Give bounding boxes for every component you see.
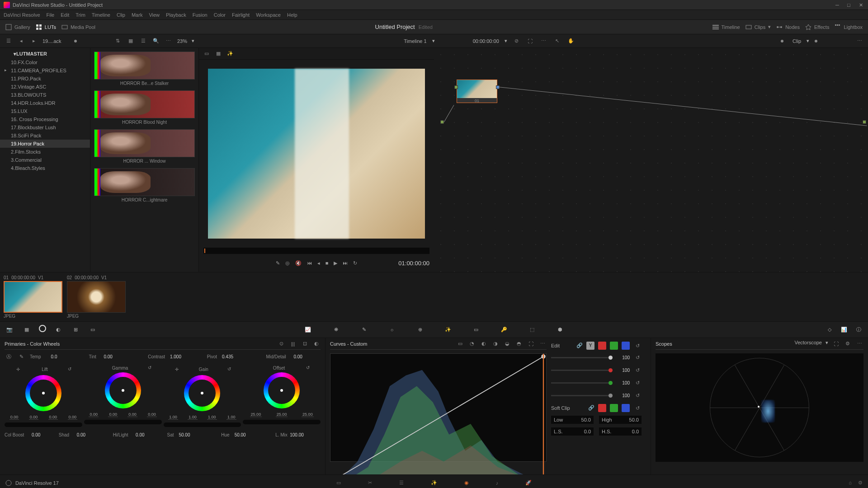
timeline-dropdown-icon[interactable]: ▾ xyxy=(432,38,435,44)
lut-thumb[interactable]: HORROR C...ightmare xyxy=(94,168,195,202)
more-icon[interactable]: ⋯ xyxy=(165,37,173,45)
blur-icon[interactable]: ▭ xyxy=(471,325,481,335)
link-icon[interactable]: 🔗 xyxy=(576,343,583,349)
edit-page-icon[interactable]: ☰ xyxy=(399,480,404,486)
fusion-page-icon[interactable]: ✨ xyxy=(431,480,437,486)
expand-icon[interactable]: ⛶ xyxy=(526,37,534,45)
curve-mode5-icon[interactable]: ◒ xyxy=(503,340,511,348)
maximize-button[interactable]: □ xyxy=(847,2,853,8)
channel-g-button[interactable] xyxy=(610,342,618,350)
menu-mark[interactable]: Mark xyxy=(132,12,142,18)
lift-wheel[interactable] xyxy=(25,375,61,411)
scope-type-selector[interactable]: Vectorscope xyxy=(794,340,822,348)
lift-picker-icon[interactable]: ✛ xyxy=(14,365,22,373)
pointer-icon[interactable]: ↖ xyxy=(553,37,561,45)
menu-workspace[interactable]: Workspace xyxy=(256,12,281,18)
tree-item[interactable]: 3.Commercial xyxy=(0,156,90,164)
unmix-icon[interactable]: ◎ xyxy=(285,260,290,266)
gain-ywheel[interactable] xyxy=(164,422,241,427)
clip-thumbnail[interactable] xyxy=(4,281,62,313)
hue-value[interactable]: 50.00 xyxy=(231,432,246,437)
tree-root[interactable]: LUTMASTER xyxy=(0,50,90,58)
search-icon[interactable]: 🔍 xyxy=(152,37,160,45)
loop-icon[interactable]: ↻ xyxy=(353,260,357,266)
mediapool-button[interactable]: Media Pool xyxy=(61,24,95,30)
tree-item[interactable]: 2.Film.Stocks xyxy=(0,148,90,156)
zoom-dropdown-icon[interactable]: ▾ xyxy=(192,38,194,44)
gain-wheel[interactable] xyxy=(184,375,220,411)
info-icon[interactable]: ⓘ xyxy=(854,325,863,335)
bars-mode-icon[interactable]: ⊡ xyxy=(301,340,309,348)
tracker-icon[interactable]: ⊕ xyxy=(415,325,425,335)
panel-toggle-icon[interactable]: ☰ xyxy=(5,37,13,45)
color-page-icon[interactable]: ◉ xyxy=(464,480,469,486)
temp-value[interactable]: 0.0 xyxy=(42,354,57,359)
reset-b-icon[interactable]: ↺ xyxy=(633,391,642,399)
viewer-scrubber[interactable] xyxy=(203,248,429,254)
timecode[interactable]: 00:00:00:00 xyxy=(473,38,499,44)
channel-b-button[interactable] xyxy=(622,342,630,350)
nodes-button[interactable]: Nodes xyxy=(776,24,800,30)
curve-mode3-icon[interactable]: ◐ xyxy=(480,340,488,348)
tc-dropdown-icon[interactable]: ▾ xyxy=(505,38,507,44)
play-icon[interactable]: ▶ xyxy=(334,260,337,266)
luts-button[interactable]: LUTs xyxy=(36,24,56,30)
hs-value[interactable]: 0.0 xyxy=(632,429,639,434)
gamma-reset-icon[interactable]: ↺ xyxy=(147,365,152,371)
scope-expand-icon[interactable]: ⛶ xyxy=(832,340,840,348)
grid-icon[interactable]: ▦ xyxy=(127,37,135,45)
viewer-more-icon[interactable]: ⋯ xyxy=(540,37,548,45)
clip-item[interactable]: 0200:00:00:00V1 JPEG xyxy=(67,274,126,319)
tree-item[interactable]: 10.FX.Color xyxy=(0,58,90,66)
softclip-r-button[interactable] xyxy=(598,404,606,412)
menu-clip[interactable]: Clip xyxy=(117,12,125,18)
viewer-image[interactable] xyxy=(208,69,425,239)
sort-icon[interactable]: ⇅ xyxy=(114,37,122,45)
tree-item[interactable]: 16. Cross Processing xyxy=(0,115,90,123)
menu-file[interactable]: File xyxy=(47,12,55,18)
softclip-g-button[interactable] xyxy=(610,404,618,412)
curve-mode1-icon[interactable]: ▭ xyxy=(456,340,464,348)
menu-fairlight[interactable]: Fairlight xyxy=(232,12,250,18)
lut-thumb[interactable]: HORROR ... Window xyxy=(94,129,195,164)
viewer-wand-icon[interactable]: ✨ xyxy=(226,50,234,58)
menu-timeline[interactable]: Timeline xyxy=(92,12,110,18)
effects-button[interactable]: Effects xyxy=(805,24,829,30)
hilight-value[interactable]: 0.00 xyxy=(130,432,145,437)
panel-more-icon[interactable]: ⋯ xyxy=(855,37,863,45)
auto-balance-icon[interactable]: ⊙ xyxy=(277,340,285,348)
fairlight-page-icon[interactable]: ♪ xyxy=(496,480,499,486)
shad-value[interactable]: 0.00 xyxy=(71,432,85,437)
stop-icon[interactable]: ■ xyxy=(326,260,329,266)
viewer-mode2-icon[interactable]: ▦ xyxy=(214,50,222,58)
lightbox-button[interactable]: Lightbox xyxy=(835,24,863,30)
breadcrumb[interactable]: 19....ack xyxy=(42,38,70,44)
channel-r-button[interactable] xyxy=(598,342,606,350)
offset-reset-icon[interactable]: ↺ xyxy=(305,365,311,371)
project-settings-icon[interactable]: ⚙ xyxy=(858,480,863,486)
contrast-value[interactable]: 1.000 xyxy=(167,354,181,359)
color-picker-icon[interactable]: ✎ xyxy=(276,260,280,266)
sat-value[interactable]: 50.00 xyxy=(176,432,190,437)
color-node[interactable]: 01 xyxy=(457,80,497,103)
gain-picker-icon[interactable]: ✛ xyxy=(173,365,181,373)
reset-y-icon[interactable]: ↺ xyxy=(633,353,642,361)
clip-dropdown-icon[interactable]: ▾ xyxy=(807,38,809,44)
tree-item[interactable]: 11.PRO.Pack xyxy=(0,75,90,83)
tree-item[interactable]: 11.CAMERA_PROFILES xyxy=(0,66,90,75)
menu-trim[interactable]: Trim xyxy=(75,12,85,18)
pivot-value[interactable]: 0.435 xyxy=(219,354,233,359)
menu-color[interactable]: Color xyxy=(214,12,226,18)
key-icon[interactable]: 🔑 xyxy=(499,325,509,335)
tree-item[interactable]: 14.HDR.Looks.HDR xyxy=(0,99,90,107)
list-icon[interactable]: ☰ xyxy=(139,37,147,45)
menu-davinci[interactable]: DaVinci Resolve xyxy=(4,12,40,18)
scope-more-icon[interactable]: ⋯ xyxy=(855,340,863,348)
tree-item[interactable]: 4.Bleach.Styles xyxy=(0,164,90,172)
clip-item[interactable]: 0100:00:00:00V1 JPEG xyxy=(4,274,62,319)
softclip-link-icon[interactable]: 🔗 xyxy=(588,405,594,411)
tree-item[interactable]: 18.SciFi Pack xyxy=(0,131,90,140)
gallery-button[interactable]: Gallery xyxy=(5,24,30,30)
qualifier-icon[interactable]: ✎ xyxy=(359,325,369,335)
camera-raw-icon[interactable]: 📷 xyxy=(5,325,14,335)
